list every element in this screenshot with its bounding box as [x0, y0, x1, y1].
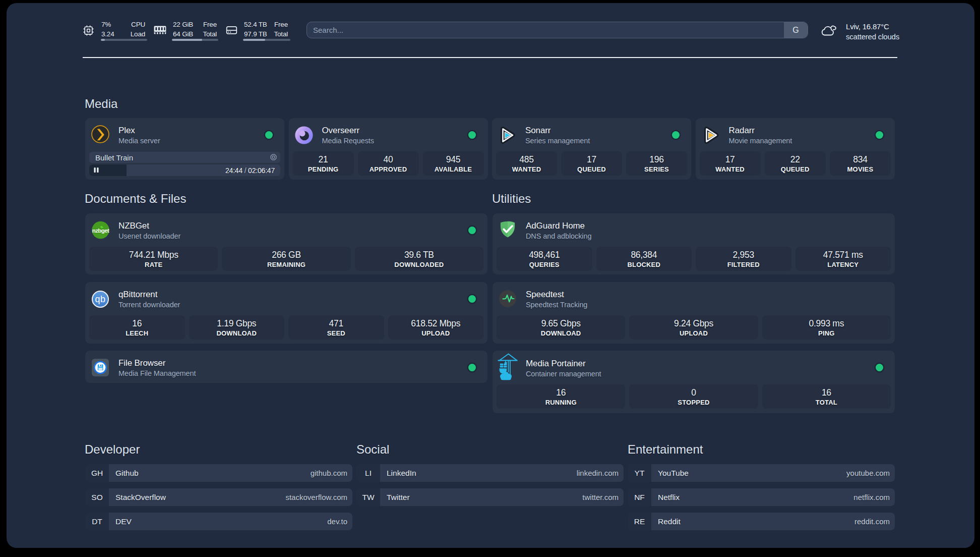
svg-text:nzbget: nzbget — [92, 228, 109, 234]
svg-text:qb: qb — [95, 294, 106, 304]
